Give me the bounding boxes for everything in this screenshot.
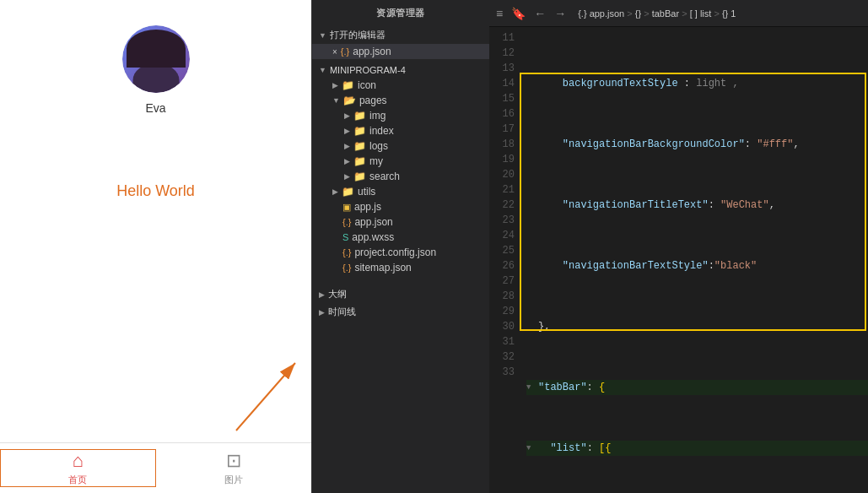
code-text: "list": [{ bbox=[538, 441, 611, 456]
tree-item-sitemapjson[interactable]: {.} sitemap.json bbox=[312, 260, 489, 275]
tree-item-appjson[interactable]: {.} app.json bbox=[312, 214, 489, 230]
caret-icon: ▶ bbox=[319, 308, 325, 317]
code-wrapper: backgroundTextStyle : light , "navigatio… bbox=[520, 27, 868, 493]
folder-label: index bbox=[369, 125, 394, 137]
caret-icon: ▶ bbox=[319, 290, 325, 299]
tree-item-index[interactable]: ▶ 📁 index bbox=[312, 123, 489, 138]
timeline-header[interactable]: ▶ 时间线 bbox=[312, 303, 489, 321]
menu-icon[interactable]: ≡ bbox=[496, 7, 503, 20]
phone-preview: Eva Hello World ⌂ 首页 ⊡ 图片 bbox=[0, 0, 312, 493]
tree-item-appwxss[interactable]: S app.wxss bbox=[312, 230, 489, 245]
timeline-label: 时间线 bbox=[328, 306, 356, 318]
bottom-sections: ▶ 大纲 ▶ 时间线 bbox=[312, 285, 489, 321]
file-label: project.config.json bbox=[354, 246, 436, 258]
open-editors-header[interactable]: ▼ 打开的编辑器 bbox=[312, 26, 489, 44]
tabbar-label-img: 图片 bbox=[224, 474, 243, 486]
caret-icon: ▼ bbox=[319, 31, 326, 40]
miniprogram-label: MINIPROGRAM-4 bbox=[330, 65, 406, 75]
tree-item-pages[interactable]: ▼ 📂 pages bbox=[312, 93, 489, 108]
tabbar-item-home[interactable]: ⌂ 首页 bbox=[0, 449, 156, 487]
hello-world-text: Hello World bbox=[116, 182, 195, 200]
breadcrumb-item: [ ] list bbox=[690, 8, 712, 19]
caret-icon: ▼ bbox=[319, 66, 326, 74]
code-line: ▼ "tabBar": { bbox=[526, 380, 868, 395]
miniprogram-section: ▼ MINIPROGRAM-4 ▶ 📁 icon ▼ 📂 pages bbox=[312, 62, 489, 275]
folder-label: utils bbox=[358, 186, 375, 198]
tree-item-logs[interactable]: ▶ 📁 logs bbox=[312, 138, 489, 154]
folder-label: img bbox=[369, 110, 385, 122]
avatar bbox=[122, 25, 190, 93]
caret-icon: ▶ bbox=[344, 142, 350, 150]
open-editors-section: ▼ 打开的编辑器 × {.} app.json bbox=[312, 26, 489, 59]
json-icon: {.} bbox=[342, 247, 351, 257]
tree-item-projectjson[interactable]: {.} project.config.json bbox=[312, 245, 489, 260]
home-icon: ⌂ bbox=[73, 450, 84, 472]
code-text: }, bbox=[538, 319, 550, 334]
open-editors-label: 打开的编辑器 bbox=[330, 29, 385, 41]
code-line: backgroundTextStyle : light , bbox=[526, 76, 868, 91]
folder-icon: 📁 bbox=[353, 140, 366, 152]
code-area: 11 12 13 14 15 16 17 18 19 20 21 22 23 2… bbox=[489, 27, 868, 493]
folder-label: my bbox=[369, 155, 383, 167]
code-line: "navigationBarTitleText": "WeChat", bbox=[526, 198, 868, 213]
tree-item-appjs[interactable]: ▣ app.js bbox=[312, 199, 489, 214]
phone-tabbar: ⌂ 首页 ⊡ 图片 bbox=[0, 442, 311, 493]
outline-label: 大纲 bbox=[328, 288, 347, 301]
file-label: app.wxss bbox=[352, 231, 394, 243]
tree-item-my[interactable]: ▶ 📁 my bbox=[312, 154, 489, 169]
caret-icon: ▶ bbox=[344, 127, 350, 135]
close-icon[interactable]: × bbox=[332, 47, 337, 57]
json-icon: {.} bbox=[342, 217, 351, 227]
folder-icon: 📁 bbox=[342, 186, 354, 198]
file-label: app.js bbox=[354, 201, 381, 213]
miniprogram-header[interactable]: ▼ MINIPROGRAM-4 bbox=[312, 62, 489, 78]
caret-icon: ▶ bbox=[332, 187, 338, 196]
editor-toolbar: ≡ 🔖 ← → {.} app.json > {} > tabBar > [ ]… bbox=[489, 0, 868, 27]
fold-icon[interactable]: ▼ bbox=[526, 441, 538, 456]
breadcrumb-sep: > bbox=[682, 8, 689, 19]
bookmark-icon[interactable]: 🔖 bbox=[511, 7, 526, 20]
tabbar-item-img[interactable]: ⊡ 图片 bbox=[156, 449, 312, 487]
code-content[interactable]: backgroundTextStyle : light , "navigatio… bbox=[520, 27, 868, 493]
code-line: ▼ "list": [{ bbox=[526, 441, 868, 456]
tree-item-img[interactable]: ▶ 📁 img bbox=[312, 108, 489, 123]
tree-item-app-json-open[interactable]: × {.} app.json bbox=[312, 44, 489, 59]
file-tree-header: 资源管理器 bbox=[312, 0, 489, 26]
folder-label: icon bbox=[358, 79, 376, 91]
folder-icon: 📁 bbox=[353, 125, 366, 137]
back-icon[interactable]: ← bbox=[534, 7, 546, 20]
caret-icon: ▶ bbox=[332, 81, 338, 89]
caret-icon: ▼ bbox=[332, 96, 340, 105]
caret-icon: ▶ bbox=[344, 157, 350, 165]
avatar-image bbox=[122, 25, 190, 93]
folder-open-icon: 📂 bbox=[343, 95, 356, 106]
breadcrumb-item: {} bbox=[635, 8, 641, 19]
code-editor: ≡ 🔖 ← → {.} app.json > {} > tabBar > [ ]… bbox=[489, 0, 868, 493]
tabbar-label-home: 首页 bbox=[68, 474, 87, 486]
breadcrumb-text: {.} app.json > {} > tabBar > [ ] list > … bbox=[574, 8, 861, 19]
tree-item-search[interactable]: ▶ 📁 search bbox=[312, 169, 489, 184]
breadcrumb-sep: > bbox=[714, 8, 721, 19]
code-text: backgroundTextStyle : light , bbox=[538, 76, 739, 91]
tree-item-icon[interactable]: ▶ 📁 icon bbox=[312, 78, 489, 93]
fold-icon[interactable]: ▼ bbox=[526, 380, 538, 395]
breadcrumb-sep: > bbox=[627, 8, 634, 19]
breadcrumb-sep: > bbox=[644, 8, 651, 19]
folder-label: pages bbox=[359, 95, 387, 106]
caret-icon: ▶ bbox=[344, 111, 350, 120]
code-text: "navigationBarTitleText": "WeChat", bbox=[538, 198, 775, 213]
wxss-icon: S bbox=[342, 232, 348, 242]
folder-icon: 📁 bbox=[342, 79, 354, 91]
tree-item-utils[interactable]: ▶ 📁 utils bbox=[312, 184, 489, 199]
code-line: }, bbox=[526, 319, 868, 334]
image-icon: ⊡ bbox=[226, 450, 241, 472]
folder-label: search bbox=[369, 171, 400, 182]
code-line: "navigationBarTextStyle":"black" bbox=[526, 258, 868, 274]
forward-icon[interactable]: → bbox=[554, 7, 566, 20]
username-label: Eva bbox=[145, 101, 165, 115]
file-tree-panel: 资源管理器 ▼ 打开的编辑器 × {.} app.json ▼ MINIPROG… bbox=[312, 0, 489, 493]
folder-icon: 📁 bbox=[353, 110, 366, 122]
main-layout: Eva Hello World ⌂ 首页 ⊡ 图片 资源管理器 bbox=[0, 0, 868, 493]
outline-header[interactable]: ▶ 大纲 bbox=[312, 285, 489, 303]
json-icon: {.} bbox=[342, 263, 351, 273]
